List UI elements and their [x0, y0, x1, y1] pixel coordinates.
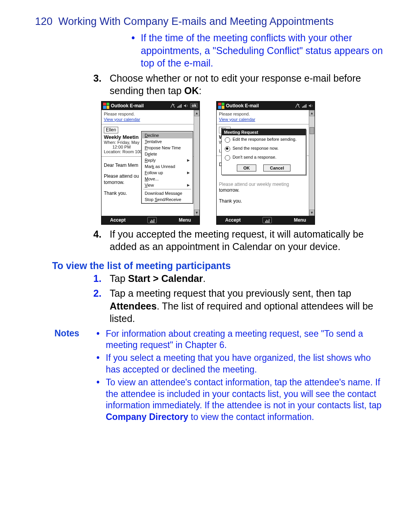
- p2-a: Tap a meeting request that you previousl…: [110, 288, 351, 299]
- menu-view[interactable]: View▶: [142, 182, 193, 188]
- shot1-titlebar: Outlook E-mail ok: [102, 101, 200, 110]
- p1-a: Tap: [110, 273, 128, 284]
- menu-reply[interactable]: Reply▶: [142, 157, 193, 163]
- page-header: 120 Working With Company E-mails and Mee…: [35, 16, 385, 28]
- opt2-label: Send the response now.: [233, 146, 278, 150]
- scroll-up-icon[interactable]: ▲: [194, 110, 200, 116]
- svg-rect-7: [303, 106, 304, 108]
- menu-mark-as-unread[interactable]: Mark as Unread: [142, 163, 193, 170]
- svg-rect-1: [177, 107, 178, 108]
- note-1-text: For information about creating a meeting…: [106, 329, 363, 350]
- view-calendar-link[interactable]: View your calendar: [219, 117, 306, 122]
- please-respond: Please respond.: [219, 112, 306, 116]
- menu-move[interactable]: Move...: [142, 176, 193, 182]
- svg-rect-6: [302, 107, 303, 108]
- softkey-accept[interactable]: Accept: [225, 217, 241, 223]
- p2-bold: Attendees: [110, 301, 157, 311]
- notes-block: Notes For information about creating a m…: [35, 328, 385, 425]
- menu-decline[interactable]: Decline: [142, 132, 193, 138]
- softkey-accept[interactable]: Accept: [110, 217, 126, 223]
- shot1-client: Please respond. View your calendar Ellen…: [102, 110, 200, 216]
- conflict-bullet: If the time of the meeting conflicts wit…: [128, 31, 385, 70]
- step-4-text: If you accepted the meeting request, it …: [110, 229, 364, 252]
- status-icons: ok: [170, 103, 200, 108]
- svg-point-0: [173, 104, 175, 105]
- opt-send-now[interactable]: Send the response now.: [222, 144, 306, 153]
- scrollbar[interactable]: ▲ ▼: [194, 110, 200, 216]
- opt-edit-before-sending[interactable]: Edit the response before sending.: [222, 135, 306, 144]
- speaker-icon: [184, 103, 188, 108]
- step-3-text-a: Choose whether or not to edit your respo…: [110, 73, 361, 96]
- sip-icon[interactable]: [262, 217, 272, 223]
- step-4: 4. If you accepted the meeting request, …: [93, 228, 385, 253]
- p1-marker: 1.: [93, 272, 102, 285]
- radio-icon[interactable]: [225, 137, 230, 143]
- note-1: For information about creating a meeting…: [93, 328, 385, 351]
- behind-text: Please attend our weekly meeting: [219, 182, 306, 187]
- shot1-softkeys: Accept Menu: [102, 216, 200, 224]
- menu-tentative[interactable]: Tentative: [142, 138, 193, 145]
- menu-delete[interactable]: Delete: [142, 151, 193, 157]
- note-2-text: If you select a meeting that you have or…: [106, 353, 371, 374]
- scroll-up-icon[interactable]: ▲: [309, 110, 315, 116]
- p-step-1: 1. Tap Start > Calendar.: [93, 272, 385, 285]
- shot2-app-title: Outlook E-mail: [226, 103, 259, 108]
- p1-bold: Start > Calendar: [128, 273, 203, 284]
- connectivity-icon: [170, 103, 175, 108]
- scroll-down-icon[interactable]: ▼: [309, 210, 315, 216]
- step-3-item: 3. Choose whether or not to edit your re…: [93, 72, 385, 97]
- step-3-text-b: :: [199, 85, 201, 96]
- intro-bullet-block: If the time of the meeting conflicts wit…: [128, 31, 385, 70]
- opt1-label: Edit the response before sending.: [233, 137, 297, 142]
- sip-icon[interactable]: [147, 217, 157, 223]
- svg-rect-2: [178, 106, 179, 108]
- screenshot-1: Outlook E-mail ok Please respond. View y…: [101, 101, 200, 225]
- screenshots-row: Outlook E-mail ok Please respond. View y…: [93, 101, 385, 225]
- opt3-label: Don't send a response.: [233, 155, 276, 159]
- note-3-a: To view an attendee's contact informatio…: [106, 377, 382, 410]
- chevron-right-icon: ▶: [187, 183, 190, 187]
- page-title: Working With Company E-mails and Meeting…: [58, 16, 334, 27]
- softkey-menu[interactable]: Menu: [179, 217, 191, 223]
- notes-label: Notes: [35, 328, 93, 339]
- svg-point-5: [298, 104, 299, 105]
- shot2-titlebar: Outlook E-mail: [217, 101, 315, 110]
- step-3-marker: 3.: [93, 72, 102, 85]
- windows-flag-icon: [103, 103, 109, 109]
- shot1-app-title: Outlook E-mail: [111, 103, 144, 108]
- dialog-ok-button[interactable]: OK: [237, 164, 257, 171]
- chevron-right-icon: ▶: [187, 158, 190, 162]
- menu-follow-up[interactable]: Follow up▶: [142, 170, 193, 176]
- opt-dont-send[interactable]: Don't send a response.: [222, 153, 306, 162]
- radio-icon[interactable]: [225, 146, 230, 152]
- note-3: To view an attendee's contact informatio…: [93, 377, 385, 423]
- svg-rect-9: [306, 104, 306, 108]
- msg-line3: tomorrow.: [219, 187, 306, 193]
- scroll-down-icon[interactable]: ▼: [194, 210, 200, 216]
- titlebar-ok[interactable]: ok: [190, 103, 198, 108]
- shot2-softkeys: Accept Menu: [217, 216, 315, 224]
- page-number: 120: [35, 16, 52, 27]
- p1-b: .: [203, 273, 206, 284]
- view-calendar-link[interactable]: View your calendar: [104, 117, 191, 122]
- from-chip[interactable]: Ellen: [104, 127, 118, 133]
- step-3: 3. Choose whether or not to edit your re…: [93, 72, 385, 97]
- scrollbar[interactable]: ▲ ▼: [309, 110, 315, 216]
- menu-download-message[interactable]: Download Message: [142, 190, 193, 196]
- softkey-menu[interactable]: Menu: [294, 217, 306, 223]
- section-heading: To view the list of meeting participants: [52, 260, 385, 271]
- menu-propose-new-time[interactable]: Propose New Time: [142, 145, 193, 151]
- shot2-client: Please respond. View your calendar Elle …: [217, 110, 315, 216]
- p2-marker: 2.: [93, 287, 102, 300]
- svg-rect-4: [181, 104, 182, 108]
- chevron-right-icon: ▶: [187, 171, 190, 175]
- hscroll-thumb-icon[interactable]: [310, 127, 314, 134]
- speaker-icon: [308, 103, 313, 108]
- manual-page: 120 Working With Company E-mails and Mee…: [0, 0, 420, 516]
- p-step-2: 2. Tap a meeting request that you previo…: [93, 287, 385, 325]
- msg-line4: Thank you.: [219, 198, 306, 204]
- dialog-cancel-button[interactable]: Cancel: [263, 164, 290, 171]
- conflict-bullet-text: If the time of the meeting conflicts wit…: [141, 32, 383, 68]
- menu-stop-send-receive[interactable]: Stop Send/Receive: [142, 196, 193, 203]
- radio-icon[interactable]: [225, 155, 230, 161]
